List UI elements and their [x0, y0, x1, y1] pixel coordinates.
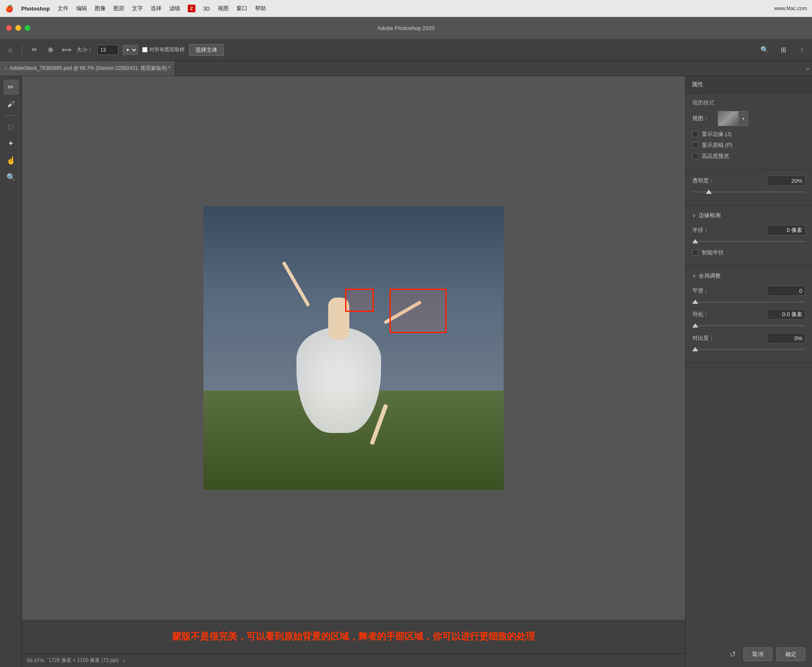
- opacity-track: [692, 191, 805, 193]
- smooth-label: 平滑：: [692, 287, 767, 295]
- global-adjust-section: ∨ 全局调整 平滑： 羽化： 对比度：: [686, 266, 812, 363]
- move-button[interactable]: ⟺: [60, 44, 72, 56]
- opacity-input[interactable]: [767, 176, 805, 186]
- smooth-thumb: [692, 300, 698, 304]
- close-button[interactable]: [6, 25, 12, 31]
- view-row: 视图： ▾: [692, 111, 805, 126]
- ok-button[interactable]: 确定: [776, 648, 805, 661]
- opacity-label: 透明度：: [692, 177, 767, 185]
- smooth-slider[interactable]: [692, 298, 805, 305]
- view-mode-section: 视图模式 视图： ▾ 显示边缘 (J) 显示原稿 (P) 高品质预览: [686, 93, 812, 170]
- view-label: 视图：: [692, 115, 718, 122]
- menu-select[interactable]: 选择: [151, 5, 162, 12]
- layout-icon: ⊞: [781, 46, 786, 54]
- smooth-track: [692, 301, 805, 303]
- menu-window[interactable]: 窗口: [236, 5, 247, 12]
- window-title: Adobe Photoshop 2020: [377, 25, 435, 31]
- toolbox: ✏ 🖌 ⬚ ✦ ☝ 🔍: [0, 76, 22, 667]
- edge-detection-title: 边缘检测: [699, 212, 721, 219]
- status-arrow[interactable]: ›: [123, 658, 124, 664]
- layout-button[interactable]: ⊞: [777, 44, 789, 56]
- radius-slider[interactable]: [692, 238, 805, 245]
- smart-radius-row: 智能半径: [692, 249, 805, 256]
- tab-scroll-end[interactable]: »: [803, 61, 812, 76]
- tool-hand[interactable]: ☝: [3, 153, 19, 168]
- menu-layer[interactable]: 图层: [113, 5, 124, 12]
- minimize-button[interactable]: [15, 25, 21, 31]
- brush-tool-icon: ✏: [8, 83, 14, 92]
- opacity-slider[interactable]: [692, 188, 805, 195]
- size-dropdown[interactable]: ▾: [123, 45, 138, 55]
- show-edge-row: 显示边缘 (J): [692, 130, 805, 138]
- menu-3d[interactable]: 3D: [203, 6, 210, 12]
- reset-button[interactable]: ↺: [726, 648, 739, 661]
- brush-button[interactable]: ✏: [28, 44, 40, 56]
- target-icon: ⊕: [48, 46, 53, 54]
- dancer-figure: [286, 264, 392, 433]
- menu-text[interactable]: 文字: [132, 5, 143, 12]
- edge-detection-section: ∨ 边缘检测 半径： 智能半径: [686, 206, 812, 266]
- contrast-label: 对比度：: [692, 334, 767, 342]
- selection-box-hand: [390, 289, 447, 333]
- maximize-button[interactable]: [25, 25, 30, 31]
- size-input[interactable]: [97, 45, 118, 55]
- search-button[interactable]: 🔍: [759, 44, 771, 56]
- menu-photoshop[interactable]: Photoshop: [21, 6, 50, 12]
- menu-bar: 🍎 Photoshop 文件 编辑 图像 图层 文字 选择 滤镜 Z 3D 视图…: [0, 0, 812, 17]
- sample-checkbox[interactable]: [142, 47, 148, 52]
- right-panel: 属性 视图模式 视图： ▾ 显示边缘 (J) 显示原稿 (P) 高: [685, 76, 812, 667]
- select-tool-icon: ⬚: [8, 123, 14, 130]
- smart-radius-checkbox[interactable]: [692, 250, 698, 256]
- contrast-thumb: [692, 347, 698, 351]
- target-button[interactable]: ⊕: [44, 44, 56, 56]
- document-tab[interactable]: × AdobeStock_78360685.psd @ 66.7% (Dance…: [0, 61, 175, 76]
- show-edge-checkbox[interactable]: [692, 131, 698, 137]
- view-dropdown-button[interactable]: ▾: [739, 111, 748, 126]
- show-edge-label: 显示边缘 (J): [702, 130, 732, 138]
- menu-help[interactable]: 帮助: [255, 5, 266, 12]
- feather-track: [692, 325, 805, 326]
- feather-input[interactable]: [767, 309, 805, 320]
- menu-view[interactable]: 视图: [218, 5, 229, 12]
- tab-close-icon[interactable]: ×: [4, 66, 7, 71]
- title-bar: Adobe Photoshop 2020: [0, 17, 812, 39]
- menu-edit[interactable]: 编辑: [76, 5, 87, 12]
- tool-select[interactable]: ⬚: [3, 119, 19, 134]
- select-subject-button[interactable]: 选择主体: [189, 44, 224, 56]
- contrast-slider[interactable]: [692, 346, 805, 353]
- home-button[interactable]: ⌂: [4, 44, 16, 56]
- selection-box-head: [345, 289, 374, 312]
- feather-slider[interactable]: [692, 322, 805, 329]
- canvas-area: 蒙版不是很完美，可以看到原始背景的区域，舞者的手部区域，你可以进行更细致的处理 …: [22, 76, 685, 667]
- smart-radius-label: 智能半径: [702, 249, 724, 256]
- tool-paint[interactable]: 🖌: [3, 96, 19, 112]
- view-thumbnail[interactable]: [718, 111, 739, 126]
- dimensions-info: 1728 像素 × 1100 像素 (72 ppi): [49, 657, 119, 664]
- brush-icon: ✏: [32, 46, 37, 54]
- canvas-content[interactable]: [22, 76, 685, 620]
- panel-title: 属性: [691, 81, 703, 88]
- smooth-input[interactable]: [767, 286, 805, 296]
- high-quality-checkbox[interactable]: [692, 153, 698, 159]
- high-quality-row: 高品质预览: [692, 152, 805, 160]
- apple-menu[interactable]: 🍎: [5, 5, 14, 13]
- tool-zoom[interactable]: 🔍: [3, 170, 19, 185]
- tool-separator-1: [4, 115, 18, 116]
- main-layout: ✏ 🖌 ⬚ ✦ ☝ 🔍: [0, 76, 812, 667]
- menu-image[interactable]: 图像: [95, 5, 106, 12]
- contrast-input[interactable]: [767, 333, 805, 343]
- share-button[interactable]: ↑: [796, 44, 808, 56]
- menu-filter[interactable]: 滤镜: [169, 5, 180, 12]
- arm-up: [282, 261, 310, 307]
- website-label: www.Mac.com: [774, 6, 807, 11]
- toolbar-separator-1: [22, 45, 22, 55]
- global-collapse-icon[interactable]: ∨: [692, 273, 696, 279]
- tab-filename: AdobeStock_78360685.psd @ 66.7% (Dancer-…: [9, 65, 170, 72]
- menu-file[interactable]: 文件: [58, 5, 69, 12]
- tool-lasso[interactable]: ✦: [3, 136, 19, 151]
- cancel-button[interactable]: 取消: [743, 648, 772, 661]
- edge-collapse-icon[interactable]: ∨: [692, 212, 696, 218]
- tool-brush[interactable]: ✏: [3, 80, 19, 95]
- radius-input[interactable]: [767, 225, 805, 235]
- show-original-checkbox[interactable]: [692, 142, 698, 148]
